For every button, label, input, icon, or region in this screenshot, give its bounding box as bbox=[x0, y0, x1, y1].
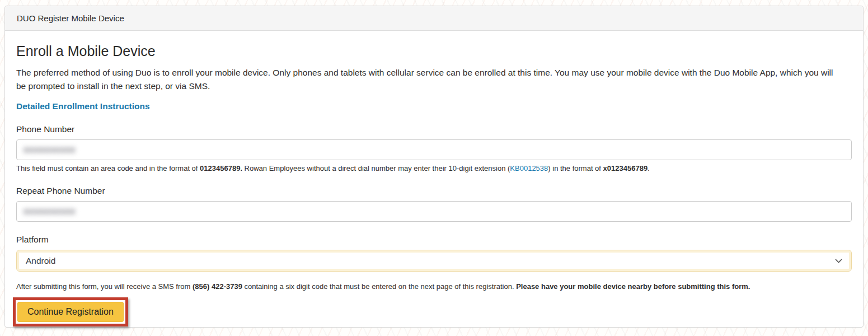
kb-article-link[interactable]: KB0012538 bbox=[510, 164, 548, 172]
intro-text: The preferred method of using Duo is to … bbox=[16, 66, 833, 93]
panel-header: DUO Register Mobile Device bbox=[5, 6, 863, 31]
help-segment: Rowan Employees without a direct dial nu… bbox=[242, 164, 510, 172]
page-background: { "panel": { "header_title": "DUO Regist… bbox=[0, 0, 868, 336]
help-segment: . bbox=[648, 164, 650, 172]
phone-number-input[interactable]: 0000000000 bbox=[16, 139, 852, 160]
chevron-down-icon bbox=[835, 259, 842, 263]
panel-title: DUO Register Mobile Device bbox=[17, 13, 124, 23]
annotation-highlight-box: Continue Registration bbox=[13, 297, 128, 326]
panel-body: Enroll a Mobile Device The preferred met… bbox=[5, 31, 863, 326]
phone-number-label: Phone Number bbox=[16, 124, 852, 134]
help-segment: ) in the format of bbox=[548, 164, 603, 172]
page-title: Enroll a Mobile Device bbox=[16, 43, 852, 59]
note-segment: After submitting this form, you will rec… bbox=[16, 282, 193, 291]
detailed-instructions-link[interactable]: Detailed Enrollment Instructions bbox=[16, 101, 150, 111]
help-format-bold: 0123456789. bbox=[200, 164, 242, 172]
note-phone-bold: (856) 422-3739 bbox=[193, 282, 242, 291]
platform-select[interactable]: Android bbox=[16, 250, 852, 272]
redacted-repeat-phone-value: 0000000000 bbox=[24, 207, 76, 216]
continue-registration-button[interactable]: Continue Registration bbox=[17, 302, 124, 322]
note-warning-bold: Please have your mobile device nearby be… bbox=[516, 282, 750, 291]
phone-help-text: This field must contain an area code and… bbox=[16, 164, 852, 173]
repeat-phone-number-input[interactable]: 0000000000 bbox=[16, 201, 852, 222]
help-extension-bold: x0123456789 bbox=[603, 164, 648, 172]
duo-register-panel: DUO Register Mobile Device Enroll a Mobi… bbox=[4, 6, 864, 328]
platform-selected-value: Android bbox=[26, 256, 55, 266]
repeat-phone-number-label: Repeat Phone Number bbox=[16, 186, 852, 196]
platform-label: Platform bbox=[16, 235, 852, 245]
redacted-phone-value: 0000000000 bbox=[24, 145, 76, 155]
help-segment: This field must contain an area code and… bbox=[16, 164, 200, 172]
sms-note-text: After submitting this form, you will rec… bbox=[16, 282, 852, 291]
note-segment: containing a six digit code that must be… bbox=[242, 282, 516, 291]
